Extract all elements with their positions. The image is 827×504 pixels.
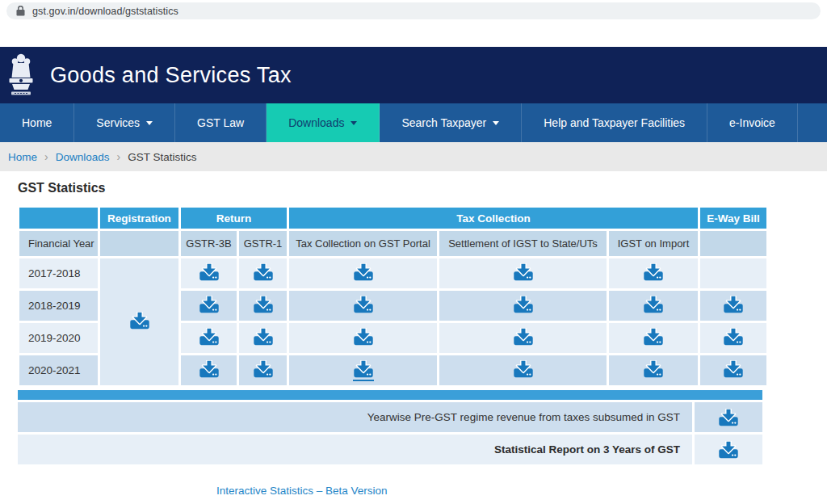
download-pre-gst-revenue[interactable] [718, 409, 739, 426]
download-icon [643, 263, 664, 281]
main-nav: Home Services GST Law Downloads Search T… [0, 103, 827, 142]
download-icon [513, 296, 534, 313]
download-2020-2021-tax-portal[interactable] [353, 360, 374, 381]
download-2017-2018-gstr1[interactable] [253, 263, 274, 281]
group-header-return: Return [180, 207, 288, 229]
group-header-tax-collection: Tax Collection [288, 207, 699, 229]
browser-chrome: gst.gov.in/download/gststatistics [0, 0, 827, 22]
download-icon [199, 263, 220, 281]
site-header: Goods and Services Tax [0, 47, 827, 103]
table-separator-bar [18, 390, 762, 400]
download-2017-2018-igst-settlement[interactable] [513, 263, 534, 281]
download-icon [253, 360, 274, 378]
nav-item-search-taxpayer[interactable]: Search Taxpayer [380, 103, 522, 142]
table-group-header-row: Registration Return Tax Collection E-Way… [19, 207, 767, 229]
chevron-down-icon [493, 121, 499, 125]
chevron-down-icon [351, 121, 357, 125]
download-icon [723, 296, 744, 313]
download-icon [199, 328, 220, 346]
focus-underline [353, 380, 374, 381]
download-2018-2019-tax-portal[interactable] [353, 296, 374, 313]
group-header-registration: Registration [99, 207, 179, 229]
download-2018-2019-igst-import[interactable] [643, 296, 664, 313]
download-icon [643, 296, 664, 313]
nav-item-gst-law[interactable]: GST Law [175, 103, 267, 142]
lock-icon [16, 6, 25, 16]
breadcrumb-separator: › [44, 150, 48, 163]
sub-header-financial-year: Financial Year [19, 230, 99, 257]
download-2017-2018-tax-portal[interactable] [353, 263, 374, 281]
pre-gst-revenue-row: Yearwise Pre-GST regime revenue from tax… [18, 402, 762, 432]
registration-download-cell [99, 258, 179, 386]
download-2019-2020-tax-portal[interactable] [353, 328, 374, 346]
gst-statistics-table: Registration Return Tax Collection E-Way… [18, 206, 768, 387]
nav-item-home[interactable]: Home [0, 103, 74, 142]
download-icon [353, 328, 374, 346]
download-icon [199, 296, 220, 313]
download-icon [253, 296, 274, 313]
sub-header-blank [99, 230, 179, 257]
chevron-down-icon [146, 121, 153, 125]
download-2019-2020-igst-settlement[interactable] [513, 328, 534, 346]
statistical-report-row: Statistical Report on 3 Years of GST [18, 435, 762, 464]
breadcrumb-home[interactable]: Home [8, 151, 37, 163]
download-2018-2019-igst-settlement[interactable] [513, 296, 534, 313]
nav-item-downloads[interactable]: Downloads [267, 103, 380, 142]
page-content: GST Statistics Registration Return Tax C… [0, 171, 827, 498]
download-icon [253, 263, 274, 281]
sub-header-gstr3b: GSTR-3B [180, 230, 237, 257]
interactive-statistics-link[interactable]: Interactive Statistics – Beta Version [216, 485, 388, 497]
download-registration[interactable] [129, 312, 150, 330]
download-2018-2019-eway[interactable] [723, 296, 744, 313]
sub-header-igst-import: IGST on Import [608, 230, 699, 257]
download-icon [253, 328, 274, 346]
sub-header-tax-portal: Tax Collection on GST Portal [288, 230, 438, 257]
download-icon [513, 360, 534, 378]
download-2019-2020-gstr1[interactable] [253, 328, 274, 346]
download-icon [643, 328, 664, 346]
year-label: 2017-2018 [19, 258, 99, 289]
download-icon [353, 296, 374, 313]
nav-item-help[interactable]: Help and Taxpayer Facilities [522, 103, 707, 142]
year-label: 2020-2021 [19, 355, 99, 386]
download-2019-2020-eway[interactable] [723, 328, 744, 346]
breadcrumb-separator: › [116, 150, 120, 163]
download-2020-2021-gstr3b[interactable] [199, 360, 220, 378]
row-label: Yearwise Pre-GST regime revenue from tax… [18, 402, 692, 432]
breadcrumb-downloads[interactable]: Downloads [56, 151, 110, 163]
download-2018-2019-gstr3b[interactable] [199, 296, 220, 313]
download-icon [723, 328, 744, 346]
download-statistical-report[interactable] [718, 441, 739, 459]
sub-header-blank [699, 230, 767, 257]
download-icon [513, 263, 534, 281]
url-bar[interactable]: gst.gov.in/download/gststatistics [6, 2, 821, 19]
page-title: GST Statistics [18, 181, 827, 195]
nav-item-e-invoice[interactable]: e-Invoice [707, 103, 798, 142]
download-2019-2020-gstr3b[interactable] [199, 328, 220, 346]
download-2020-2021-igst-import[interactable] [643, 360, 664, 378]
download-icon [513, 328, 534, 346]
download-2020-2021-eway[interactable] [723, 360, 744, 378]
download-icon [718, 409, 739, 426]
download-2020-2021-igst-settlement[interactable] [513, 360, 534, 378]
download-2019-2020-igst-import[interactable] [643, 328, 664, 346]
download-2020-2021-gstr1[interactable] [253, 360, 274, 378]
breadcrumb-current: GST Statistics [128, 151, 196, 163]
year-label: 2018-2019 [19, 290, 99, 321]
table-row-2017-2018: 2017-2018 [19, 258, 767, 289]
download-icon [723, 360, 744, 378]
download-icon [353, 360, 374, 378]
download-2017-2018-igst-import[interactable] [643, 263, 664, 281]
download-icon [353, 263, 374, 281]
site-title: Goods and Services Tax [50, 63, 292, 88]
group-header-eway-bill: E-Way Bill [699, 207, 767, 229]
row-label: Statistical Report on 3 Years of GST [18, 435, 692, 464]
sub-header-gstr1: GSTR-1 [238, 230, 288, 257]
table-sub-header-row: Financial Year GSTR-3B GSTR-1 Tax Collec… [19, 230, 767, 257]
download-icon [199, 360, 220, 378]
download-2017-2018-gstr3b[interactable] [199, 263, 220, 281]
download-2018-2019-gstr1[interactable] [253, 296, 274, 313]
nav-item-services[interactable]: Services [74, 103, 175, 142]
year-label: 2019-2020 [19, 322, 99, 354]
download-icon [129, 312, 150, 330]
